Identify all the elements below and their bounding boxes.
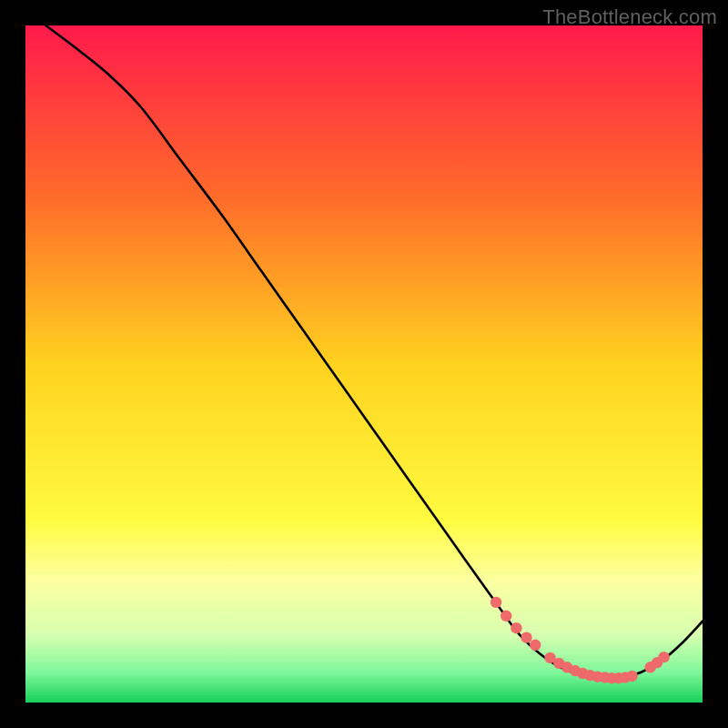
data-point [511, 622, 521, 633]
chart-background [25, 25, 703, 703]
data-point [521, 632, 531, 642]
data-point [658, 652, 669, 662]
data-point [500, 611, 511, 622]
data-point [530, 640, 541, 651]
data-point [626, 671, 637, 682]
chart-plot-area [25, 25, 703, 703]
chart-frame: TheBottleneck.com [0, 0, 728, 728]
watermark-text: TheBottleneck.com [542, 5, 717, 29]
chart-svg [25, 25, 703, 703]
data-point [490, 597, 501, 608]
